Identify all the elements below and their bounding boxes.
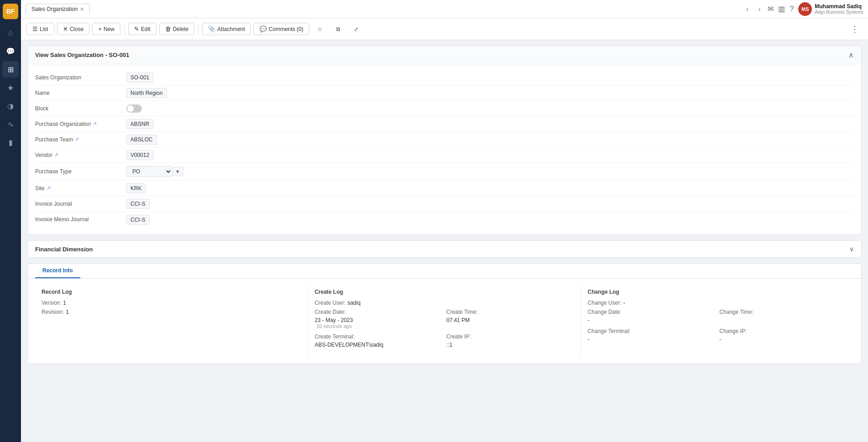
separator-1 (124, 24, 125, 35)
purchase-team-row: Purchase Team ↗ ABSLOC (35, 132, 854, 147)
create-user-label: Create User: (315, 300, 346, 306)
tab-record-info[interactable]: Record Info (35, 264, 80, 278)
content-area: View Sales Organization - SO-001 ∧ Sales… (21, 40, 868, 442)
purchase-team-link-icon[interactable]: ↗ (75, 136, 79, 142)
more-options-button[interactable]: ⋮ (847, 22, 863, 36)
purchase-type-select-wrapper: PO ▼ (126, 166, 199, 177)
purchase-team-label: Purchase Team ↗ (35, 136, 126, 143)
comments-button[interactable]: 💬 Comments (0) (254, 23, 309, 35)
bookmark-button[interactable]: ☆ (312, 24, 328, 35)
app-logo: BF (3, 4, 18, 19)
vendor-label: Vendor ↗ (35, 152, 126, 158)
sidebar-item-star[interactable]: ★ (2, 79, 19, 96)
change-terminal-label: Change Terminal: (587, 328, 630, 334)
sidebar: BF ⌂ 💬 ⊞ ★ ◑ ∿ ▮ (0, 0, 21, 442)
change-terminal-value: - (587, 336, 589, 343)
change-ip-value: - (719, 336, 721, 343)
tab-close-button[interactable]: ✕ (80, 6, 84, 12)
edit-button[interactable]: ✎ Edit (128, 23, 156, 35)
purchase-organization-input[interactable]: ABSNR (126, 119, 153, 129)
topbar-right: ‹ › ✉ ▥ ? MS Muhammad Sadiq Align Busine… (743, 2, 863, 16)
invoice-journal-label: Invoice Journal (35, 201, 126, 207)
create-time-label: Create Time: (446, 309, 478, 315)
delete-button[interactable]: 🗑 Delete (159, 23, 195, 35)
create-date-value: 23 - May - 2023 (315, 317, 353, 323)
invoice-journal-row: Invoice Journal CCI-S (35, 196, 854, 212)
new-button[interactable]: + New (92, 23, 120, 35)
user-name: Muhammad Sadiq (815, 3, 863, 10)
stats-icon-button[interactable]: ▥ (778, 5, 785, 13)
financial-dimension-header[interactable]: Financial Dimension ∨ (28, 241, 861, 257)
revision-label: Revision: (42, 309, 64, 315)
separator-2 (198, 24, 198, 35)
create-log-section: Create Log Create User: sadiq Create Dat… (308, 284, 581, 358)
share-button[interactable]: ⤤ (348, 24, 364, 35)
attachment-label: Attachment (217, 26, 245, 32)
list-button[interactable]: ☰ List (26, 23, 54, 35)
sidebar-item-home[interactable]: ⌂ (2, 25, 19, 41)
vendor-link-icon[interactable]: ↗ (54, 152, 58, 158)
sidebar-item-pie[interactable]: ◑ (2, 98, 19, 114)
sidebar-item-chat[interactable]: 💬 (2, 43, 19, 59)
attachment-button[interactable]: 📎 Attachment (202, 23, 251, 35)
financial-dimension-title: Financial Dimension (35, 246, 93, 253)
topbar-left: Sales Organization ✕ (26, 4, 90, 14)
record-info-card: Record Info Record Log Version: 1 Revisi… (27, 263, 862, 364)
purchase-team-input[interactable]: ABSLOC (126, 135, 157, 145)
help-icon-button[interactable]: ? (790, 5, 794, 13)
change-user-label: Change User: (587, 300, 621, 306)
delete-icon: 🗑 (165, 26, 171, 32)
toolbar: ☰ List ✕ Close + New ✎ Edit 🗑 Delete 📎 A… (21, 18, 868, 40)
purchase-organization-row: Purchase Organization ↗ ABSNR (35, 116, 854, 132)
main-area: Sales Organization ✕ ‹ › ✉ ▥ ? MS Muhamm… (21, 0, 868, 442)
mail-icon-button[interactable]: ✉ (768, 5, 774, 13)
vendor-value: V00012 (126, 151, 854, 158)
change-time-row: Change Time: (719, 309, 847, 323)
create-terminal-row: Create Terminal: ABS-DEVELOPMENT\sadiq (315, 333, 443, 348)
purchase-type-select[interactable]: PO (126, 166, 172, 177)
close-button[interactable]: ✕ Close (57, 23, 90, 35)
user-details: Muhammad Sadiq Align Business Systems (815, 3, 863, 15)
invoice-memo-journal-input[interactable]: CCI-S (126, 215, 150, 225)
purchase-organization-link-icon[interactable]: ↗ (93, 121, 97, 127)
sales-organization-input[interactable]: SO-001 (126, 73, 153, 83)
block-toggle[interactable] (126, 104, 142, 113)
purchase-organization-label: Purchase Organization ↗ (35, 121, 126, 127)
create-ip-value: ::1 (446, 342, 452, 348)
plus-icon: + (98, 26, 102, 32)
sidebar-item-activity[interactable]: ∿ (2, 116, 19, 132)
avatar-initials: MS (801, 6, 809, 12)
block-label: Block (35, 105, 126, 112)
create-ip-label: Create IP: (446, 333, 471, 340)
sidebar-item-bar-chart[interactable]: ▮ (2, 134, 19, 151)
vendor-input[interactable]: V00012 (126, 150, 153, 160)
select-arrow-icon[interactable]: ▼ (172, 167, 183, 176)
change-date-label: Change Date: (587, 309, 621, 315)
block-value (126, 104, 854, 113)
collapse-button[interactable]: ∧ (848, 51, 854, 59)
site-row: Site ↗ KRK (35, 181, 854, 196)
sidebar-item-grid[interactable]: ⊞ (2, 61, 19, 78)
version-value: 1 (63, 300, 66, 306)
name-value: North Region (126, 89, 854, 96)
revision-value: 1 (66, 309, 69, 315)
sales-organization-label: Sales Organization (35, 74, 126, 81)
log-grid: Record Log Version: 1 Revision: 1 Create… (35, 284, 854, 358)
site-link-icon[interactable]: ↗ (47, 185, 51, 191)
change-log-section: Change Log Change User: - Change Date: - (581, 284, 854, 358)
share-icon: ⤤ (354, 26, 359, 32)
tab-label: Sales Organization (31, 6, 78, 12)
name-row: Name North Region (35, 85, 854, 101)
copy-button[interactable]: ⧉ (331, 24, 346, 35)
tab-sales-organization[interactable]: Sales Organization ✕ (26, 4, 90, 14)
change-date-value: - (587, 317, 589, 323)
site-input[interactable]: KRK (126, 183, 146, 193)
comments-icon: 💬 (260, 26, 267, 32)
new-label: New (104, 26, 114, 32)
nav-prev-button[interactable]: ‹ (743, 5, 751, 14)
change-time-label: Change Time: (719, 309, 754, 315)
invoice-journal-input[interactable]: CCI-S (126, 199, 150, 209)
form-card: View Sales Organization - SO-001 ∧ Sales… (27, 46, 862, 235)
name-input[interactable]: North Region (126, 88, 167, 98)
nav-next-button[interactable]: › (756, 5, 764, 14)
